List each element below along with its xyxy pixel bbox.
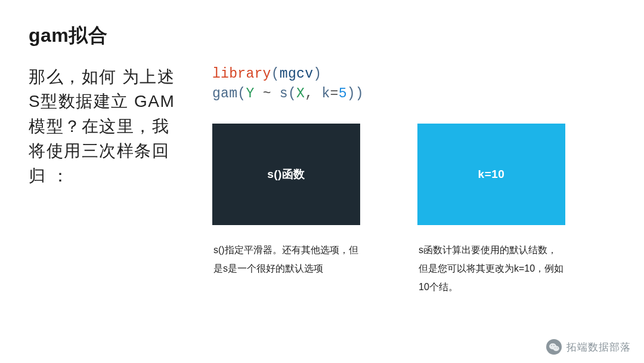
card-header-k10-text: k=10 bbox=[478, 168, 505, 181]
card-desc-k10: s函数计算出要使用的默认结数，但是您可以将其更改为k=10，例如10个结。 bbox=[417, 241, 565, 297]
intro-text: 那么，如何 为上述S型数据建立 GAM模型？在这里，我将使用三次样条回归 ： bbox=[29, 64, 180, 188]
code-token-s: s bbox=[280, 86, 288, 101]
code-token-X: X bbox=[296, 86, 305, 101]
watermark: 拓端数据部落 bbox=[546, 339, 631, 355]
card-desc-s: s()指定平滑器。还有其他选项，但是s是一个很好的默认选项 bbox=[212, 241, 360, 278]
card-header-k10: k=10 bbox=[417, 124, 565, 225]
code-token-tilde: ~ bbox=[263, 86, 271, 101]
svg-point-3 bbox=[553, 345, 555, 346]
right-column: library(mgcv) gam(Y ~ s(X, k=5)) s()函数 s… bbox=[212, 64, 615, 296]
code-token-lparen: ( bbox=[271, 66, 280, 82]
card-k10: k=10 s函数计算出要使用的默认结数，但是您可以将其更改为k=10，例如10个… bbox=[417, 124, 565, 297]
watermark-text: 拓端数据部落 bbox=[566, 340, 631, 354]
code-token-rparen: ) bbox=[313, 66, 321, 82]
content-row: 那么，如何 为上述S型数据建立 GAM模型？在这里，我将使用三次样条回归 ： l… bbox=[29, 64, 615, 296]
code-line-1: library(mgcv) bbox=[212, 64, 615, 84]
code-token-eq: = bbox=[330, 86, 339, 101]
code-token-gam: gam bbox=[212, 86, 237, 101]
code-token-comma: , bbox=[305, 86, 313, 101]
card-s-function: s()函数 s()指定平滑器。还有其他选项，但是s是一个很好的默认选项 bbox=[212, 124, 360, 297]
wechat-icon bbox=[546, 339, 562, 355]
code-token-rparen3: ) bbox=[355, 86, 364, 101]
code-token-lparen3: ( bbox=[288, 86, 296, 101]
code-block: library(mgcv) gam(Y ~ s(X, k=5)) bbox=[212, 64, 615, 104]
code-token-5: 5 bbox=[339, 86, 347, 101]
card-header-s-text: s()函数 bbox=[267, 167, 305, 182]
code-token-rparen2: ) bbox=[347, 86, 355, 101]
code-token-lparen2: ( bbox=[237, 86, 246, 101]
cards-row: s()函数 s()指定平滑器。还有其他选项，但是s是一个很好的默认选项 k=10… bbox=[212, 124, 615, 297]
svg-point-2 bbox=[551, 345, 552, 346]
svg-point-5 bbox=[556, 347, 557, 347]
svg-point-1 bbox=[553, 346, 559, 351]
code-token-library: library bbox=[212, 66, 271, 82]
code-token-Y: Y bbox=[246, 86, 254, 101]
left-column: 那么，如何 为上述S型数据建立 GAM模型？在这里，我将使用三次样条回归 ： bbox=[29, 64, 180, 296]
code-token-k: k bbox=[321, 86, 330, 101]
page-title: gam拟合 bbox=[29, 23, 615, 49]
code-line-2: gam(Y ~ s(X, k=5)) bbox=[212, 84, 615, 104]
svg-point-4 bbox=[555, 347, 555, 347]
code-token-mgcv: mgcv bbox=[280, 66, 313, 82]
card-header-s: s()函数 bbox=[212, 124, 360, 225]
